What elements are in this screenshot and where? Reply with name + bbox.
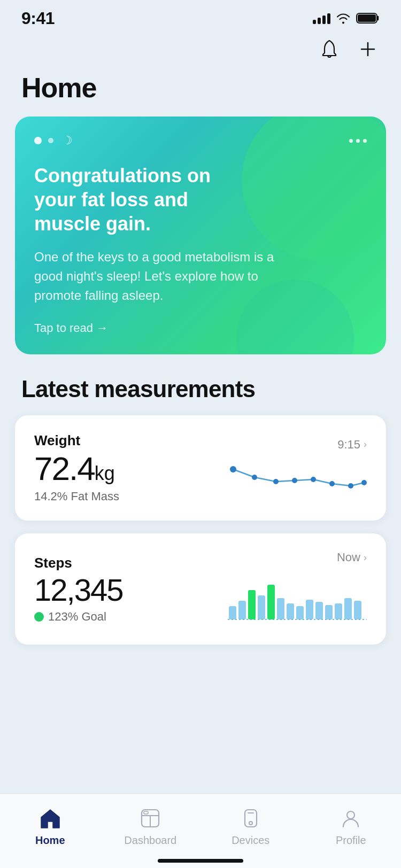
svg-point-4 [273, 479, 279, 484]
weight-value: 72.4kg [34, 452, 217, 485]
svg-rect-1 [358, 14, 376, 22]
bottom-nav: Home Dashboard Devices [0, 793, 401, 868]
svg-rect-22 [335, 603, 342, 619]
svg-point-2 [230, 466, 236, 472]
signal-bars-icon [313, 12, 330, 24]
svg-rect-16 [277, 598, 284, 619]
weight-card[interactable]: Weight 72.4kg 14.2% Fat Mass 9:15 › [15, 415, 386, 521]
svg-rect-20 [315, 602, 323, 619]
status-time: 9:41 [21, 9, 55, 28]
notification-button[interactable] [318, 37, 341, 61]
status-bar: 9:41 [0, 0, 401, 32]
hero-menu-dot-2 [356, 139, 360, 143]
svg-rect-11 [229, 606, 236, 619]
svg-point-32 [347, 811, 354, 819]
nav-item-home[interactable]: Home [0, 794, 101, 868]
hero-title: Congratulations on your fat loss and mus… [34, 164, 248, 236]
svg-rect-12 [238, 601, 246, 619]
hero-menu-dots [349, 139, 367, 143]
weight-chevron-icon: › [364, 439, 367, 450]
hero-menu-dot-3 [363, 139, 367, 143]
home-icon [38, 807, 62, 830]
svg-point-5 [292, 478, 297, 483]
steps-time: Now › [337, 551, 367, 564]
svg-point-9 [361, 480, 367, 485]
hero-cta: Tap to read → [34, 321, 367, 335]
profile-icon [339, 807, 363, 830]
dashboard-icon [138, 807, 162, 830]
battery-icon [356, 12, 380, 24]
nav-dashboard-label: Dashboard [124, 834, 176, 847]
hero-card[interactable]: ☽ Congratulations on your fat loss and m… [15, 117, 386, 354]
devices-icon [239, 807, 263, 830]
svg-rect-23 [344, 598, 352, 619]
top-action-bar [0, 32, 401, 61]
svg-rect-28 [144, 811, 148, 814]
svg-point-8 [348, 483, 353, 489]
add-button[interactable] [356, 37, 380, 61]
nav-item-profile[interactable]: Profile [301, 794, 402, 868]
hero-subtitle: One of the keys to a good metabolism is … [34, 247, 291, 305]
svg-point-3 [252, 475, 257, 480]
svg-point-30 [249, 821, 252, 825]
steps-card-left: Steps 12,345 123% Goal [34, 555, 217, 624]
weight-card-left: Weight 72.4kg 14.2% Fat Mass [34, 432, 217, 503]
goal-dot-icon [34, 612, 44, 622]
svg-rect-13 [248, 590, 256, 619]
svg-rect-19 [306, 600, 313, 619]
weight-sub: 14.2% Fat Mass [34, 490, 217, 503]
steps-label: Steps [34, 555, 217, 571]
nav-home-label: Home [35, 834, 65, 847]
svg-point-7 [329, 481, 335, 486]
page-title-area: Home [0, 61, 401, 117]
nav-item-devices[interactable]: Devices [200, 794, 301, 868]
weight-card-right: 9:15 › [217, 438, 367, 499]
hero-header-row: ☽ [34, 134, 367, 148]
moon-icon: ☽ [62, 134, 73, 148]
status-icons [313, 12, 380, 24]
svg-rect-24 [354, 601, 361, 619]
svg-rect-15 [267, 585, 275, 619]
weight-time: 9:15 › [337, 438, 367, 452]
wifi-icon [336, 12, 351, 24]
nav-item-dashboard[interactable]: Dashboard [101, 794, 201, 868]
svg-point-6 [311, 477, 316, 482]
nav-profile-label: Profile [336, 834, 366, 847]
svg-rect-21 [325, 605, 333, 619]
steps-chart [228, 574, 367, 627]
steps-card-right: Now › [217, 551, 367, 627]
page-title: Home [21, 72, 380, 104]
weight-chart [228, 461, 367, 499]
svg-rect-17 [287, 603, 294, 619]
section-title-measurements: Latest measurements [0, 354, 401, 415]
steps-value: 12,345 [34, 575, 217, 606]
steps-sub: 123% Goal [34, 610, 217, 624]
svg-rect-14 [258, 595, 265, 619]
home-indicator [158, 859, 243, 863]
header-actions [318, 37, 380, 61]
svg-rect-18 [296, 606, 304, 619]
hero-dots-left: ☽ [34, 134, 73, 148]
nav-devices-label: Devices [232, 834, 269, 847]
steps-chevron-icon: › [364, 552, 367, 563]
hero-dot-1 [34, 137, 42, 144]
steps-card[interactable]: Steps 12,345 123% Goal Now › [15, 533, 386, 645]
weight-label: Weight [34, 432, 217, 449]
hero-menu-dot-1 [349, 139, 353, 143]
hero-dot-2 [48, 138, 53, 143]
